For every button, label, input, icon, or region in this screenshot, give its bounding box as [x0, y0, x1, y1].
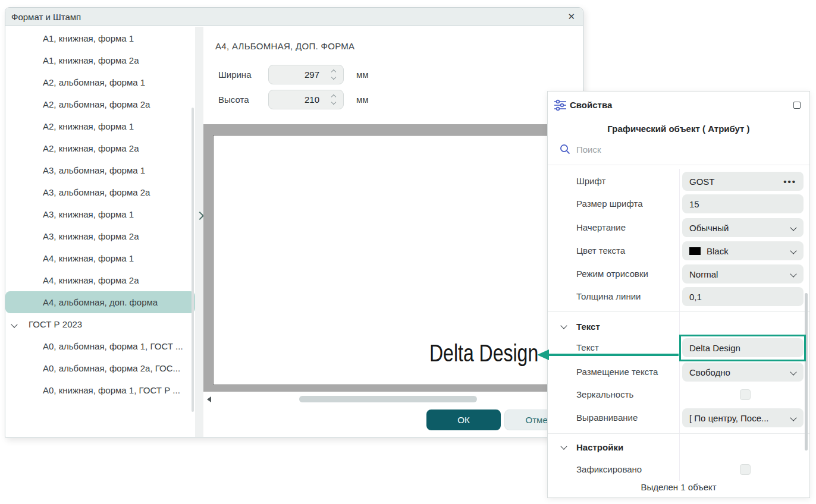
- format-item-selected[interactable]: А4, альбомная, доп. форма: [5, 291, 195, 313]
- panel-scrollbar[interactable]: [805, 293, 808, 451]
- text-value: Delta Design: [689, 343, 740, 353]
- mirror-label: Зеркальность: [576, 389, 633, 399]
- selection-status: Выделен 1 объект: [548, 482, 809, 492]
- font-value: GOST: [689, 177, 715, 187]
- close-icon[interactable]: ✕: [567, 11, 575, 22]
- font-style-label: Начертание: [576, 222, 626, 232]
- font-size-field[interactable]: 15: [682, 194, 804, 213]
- format-item[interactable]: А0, альбомная, форма 2а, ГОС...: [5, 357, 195, 379]
- panel-title: Свойства: [570, 100, 612, 110]
- dialog-title: Формат и Штамп: [11, 12, 81, 22]
- render-mode-value: Normal: [689, 269, 718, 279]
- line-width-value: 0,1: [689, 292, 702, 302]
- text-field[interactable]: Delta Design: [682, 338, 804, 357]
- render-mode-label: Режим отрисовки: [576, 269, 648, 279]
- divider: [548, 165, 809, 165]
- format-item[interactable]: А3, книжная, форма 1: [5, 203, 195, 225]
- format-item[interactable]: А0, альбомная, форма 1, ГОСТ ...: [5, 335, 195, 357]
- format-item[interactable]: А4, книжная, форма 2а: [5, 269, 195, 291]
- chevron-down-icon: [790, 247, 796, 254]
- text-section-header[interactable]: Текст: [576, 322, 600, 332]
- text-placement-value: Свободно: [689, 367, 730, 377]
- object-type-title: Графический объект ( Атрибут ): [548, 124, 809, 134]
- dialog-titlebar[interactable]: Формат и Штамп ✕: [5, 8, 583, 26]
- height-stepper[interactable]: 210: [268, 90, 344, 109]
- alignment-dropdown[interactable]: [ По центру, Посе...: [682, 408, 804, 427]
- format-item[interactable]: А1, книжная, форма 1: [5, 27, 195, 49]
- text-color-value: Black: [707, 246, 729, 256]
- height-value: 210: [269, 94, 328, 105]
- format-item[interactable]: А2, книжная, форма 1: [5, 115, 195, 137]
- render-mode-dropdown[interactable]: Normal: [682, 264, 804, 284]
- ok-button[interactable]: ОК: [426, 410, 501, 430]
- splitter[interactable]: [195, 27, 203, 437]
- format-item[interactable]: А0, книжная, форма 1, ГОСТ Р ...: [5, 379, 195, 401]
- divider: [548, 433, 809, 434]
- format-group-label: ГОСТ Р 2023: [29, 319, 82, 329]
- format-item[interactable]: А2, альбомная, форма 2а: [5, 93, 195, 115]
- sheet-page: Delta Design: [213, 135, 584, 385]
- width-unit: мм: [356, 70, 369, 80]
- hscroll-left-icon[interactable]: [207, 396, 211, 402]
- format-stamp-dialog: Формат и Штамп ✕ А1, книжная, форма 1 А1…: [5, 7, 583, 438]
- search-icon: [560, 144, 570, 155]
- fixed-label: Зафиксировано: [576, 464, 642, 474]
- line-width-label: Толщина линии: [576, 291, 641, 301]
- chevron-down-icon[interactable]: [560, 322, 567, 329]
- format-item[interactable]: А1, книжная, форма 2а: [5, 49, 195, 71]
- spin-down-icon[interactable]: [331, 75, 336, 80]
- format-item[interactable]: А2, книжная, форма 2а: [5, 137, 195, 159]
- format-item[interactable]: А3, книжная, форма 2а: [5, 225, 195, 247]
- pointer-arrow-head-icon: [537, 349, 549, 360]
- line-width-field[interactable]: 0,1: [682, 287, 804, 306]
- color-swatch: [689, 247, 701, 255]
- chevron-down-icon[interactable]: [560, 443, 567, 449]
- text-color-dropdown[interactable]: Black: [682, 241, 804, 260]
- width-value: 297: [269, 70, 328, 80]
- float-panel-icon[interactable]: [793, 102, 801, 109]
- font-style-value: Обычный: [689, 223, 729, 233]
- divider: [548, 311, 809, 312]
- chevron-down-icon: [790, 270, 796, 277]
- font-size-label: Размер шрифта: [576, 199, 643, 209]
- text-color-label: Цвет текста: [576, 245, 625, 256]
- search-input[interactable]: [576, 144, 755, 155]
- hscroll-thumb[interactable]: [299, 396, 477, 402]
- format-item[interactable]: А4, книжная, форма 1: [5, 247, 195, 269]
- chevron-down-icon: [11, 321, 17, 327]
- ellipsis-icon[interactable]: •••: [783, 177, 796, 187]
- list-scrollbar[interactable]: [192, 108, 194, 412]
- text-label: Текст: [576, 342, 599, 352]
- search-row: [560, 144, 755, 155]
- chevron-down-icon: [790, 368, 796, 375]
- fixed-checkbox[interactable]: [740, 464, 751, 475]
- text-placement-label: Размещение текста: [576, 367, 658, 377]
- chevron-down-icon: [790, 414, 796, 421]
- chevron-down-icon: [790, 224, 796, 231]
- format-item[interactable]: А3, альбомная, форма 2а: [5, 181, 195, 203]
- font-label: Шрифт: [576, 176, 605, 186]
- sheet-preview[interactable]: Delta Design: [203, 124, 584, 392]
- width-label: Ширина: [218, 70, 251, 80]
- spin-up-icon[interactable]: [331, 94, 336, 99]
- stamp-text[interactable]: Delta Design: [429, 340, 538, 367]
- sliders-icon: [554, 99, 567, 111]
- font-size-value: 15: [689, 199, 699, 209]
- mirror-checkbox[interactable]: [740, 389, 751, 400]
- properties-panel: Свойства Графический объект ( Атрибут ) …: [547, 91, 810, 498]
- format-item[interactable]: А2, альбомная, форма 1: [5, 71, 195, 93]
- spin-down-icon[interactable]: [331, 100, 336, 105]
- spin-up-icon[interactable]: [331, 70, 336, 74]
- font-field[interactable]: GOST •••: [682, 172, 804, 191]
- format-details-heading: А4, АЛЬБОМНАЯ, ДОП. ФОРМА: [215, 41, 354, 51]
- pointer-arrow-line: [548, 354, 679, 356]
- width-stepper[interactable]: 297: [268, 65, 344, 84]
- text-placement-dropdown[interactable]: Свободно: [682, 363, 804, 382]
- format-group-gost-r-2023[interactable]: ГОСТ Р 2023: [5, 313, 195, 335]
- format-item[interactable]: А3, альбомная, форма 1: [5, 159, 195, 181]
- settings-section-header[interactable]: Настройки: [576, 442, 623, 452]
- height-unit: мм: [356, 94, 369, 105]
- divider: [679, 169, 680, 481]
- font-style-dropdown[interactable]: Обычный: [682, 218, 804, 237]
- alignment-label: Выравнивание: [576, 412, 638, 423]
